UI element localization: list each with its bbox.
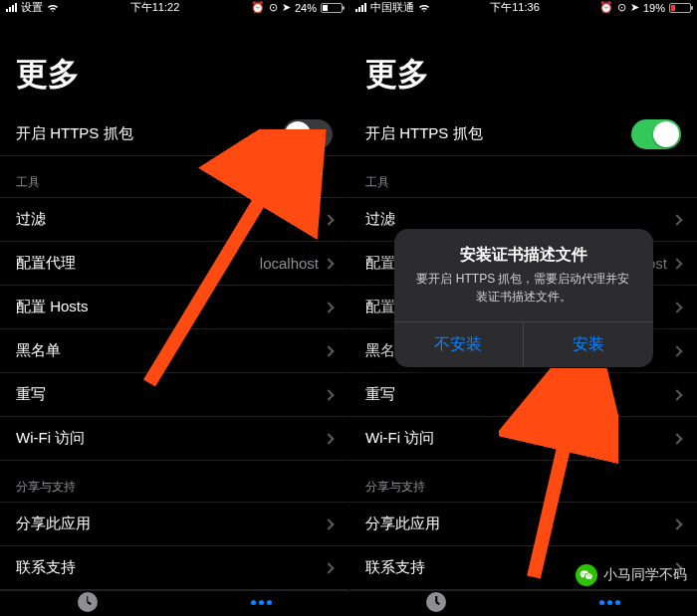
- clock-icon: [426, 592, 446, 612]
- https-toggle-row[interactable]: 开启 HTTPS 抓包: [349, 112, 697, 156]
- row-contact-support[interactable]: 联系支持: [0, 546, 348, 590]
- https-toggle-label: 开启 HTTPS 抓包: [365, 124, 483, 143]
- tools-list: 过滤 配置代理 localhost 配置 Hosts 黑名单 重写 Wi-Fi …: [349, 198, 697, 461]
- row-wifi[interactable]: Wi-Fi 访问: [0, 417, 348, 461]
- chevron-right-icon: [671, 302, 682, 312]
- location-icon: ➤: [282, 1, 291, 14]
- tab-history[interactable]: 历史: [349, 591, 524, 616]
- carrier-label: 中国联通: [370, 0, 414, 15]
- chevron-right-icon: [671, 214, 682, 225]
- row-proxy[interactable]: 配置代理 localhost: [349, 242, 697, 286]
- tab-history[interactable]: 历史: [0, 591, 174, 616]
- chevron-right-icon: [671, 345, 682, 356]
- chevron-right-icon: [323, 258, 334, 269]
- row-share-app[interactable]: 分享此应用: [0, 503, 348, 546]
- status-bar: 设置 下午11:22 ⏰ ⊙ ➤ 24%: [0, 0, 348, 15]
- more-icon: [251, 600, 272, 605]
- row-label: 配置代理: [365, 254, 425, 273]
- watermark-text: 小马同学不码: [603, 566, 687, 584]
- location-icon: ➤: [630, 1, 639, 14]
- https-toggle-row[interactable]: 开启 HTTPS 抓包: [0, 112, 348, 156]
- battery-pct: 24%: [295, 2, 317, 14]
- row-rewrite[interactable]: 重写: [349, 373, 697, 417]
- row-label: 联系支持: [365, 558, 425, 577]
- tab-more[interactable]: 更多: [524, 591, 698, 616]
- row-detail: localhost: [260, 255, 319, 272]
- row-label: 分享此应用: [365, 514, 440, 533]
- row-hosts[interactable]: 配置 Hosts: [349, 286, 697, 329]
- status-time: 下午11:36: [490, 0, 540, 15]
- row-blacklist[interactable]: 黑名单: [349, 329, 697, 373]
- row-label: 过滤: [365, 210, 395, 229]
- row-label: 黑名单: [16, 341, 61, 360]
- row-filter[interactable]: 过滤: [0, 198, 348, 242]
- chevron-right-icon: [671, 389, 682, 400]
- carrier-label: 设置: [21, 0, 43, 15]
- section-header-tools: 工具: [0, 156, 348, 198]
- row-label: 重写: [16, 385, 46, 404]
- chevron-right-icon: [323, 562, 334, 573]
- row-label: Wi-Fi 访问: [365, 429, 434, 448]
- chevron-right-icon: [323, 433, 334, 444]
- chevron-right-icon: [323, 345, 334, 356]
- chevron-right-icon: [323, 518, 334, 529]
- signal-icon: [355, 3, 366, 12]
- row-label: 重写: [365, 385, 395, 404]
- https-toggle-label: 开启 HTTPS 抓包: [16, 124, 133, 143]
- row-label: 黑名单: [365, 341, 410, 360]
- section-header-share: 分享与支持: [0, 461, 348, 503]
- phone-left: 设置 下午11:22 ⏰ ⊙ ➤ 24% 更多 开启 HTTPS 抓包 工具 过…: [0, 0, 348, 616]
- row-share-app[interactable]: 分享此应用: [349, 503, 697, 546]
- chevron-right-icon: [671, 258, 682, 269]
- row-label: 分享此应用: [16, 514, 91, 533]
- phone-right: 中国联通 下午11:36 ⏰ ⊙ ➤ 19% 更多 开启 HTTPS 抓包 工具…: [348, 0, 697, 616]
- row-label: 配置 Hosts: [16, 298, 89, 316]
- wechat-icon: [576, 564, 597, 586]
- tools-list: 过滤 配置代理 localhost 配置 Hosts 黑名单 重写 Wi-Fi …: [0, 198, 348, 461]
- lock-icon: ⊙: [617, 1, 626, 14]
- battery-icon: [321, 3, 343, 13]
- row-wifi[interactable]: Wi-Fi 访问: [349, 417, 697, 461]
- row-rewrite[interactable]: 重写: [0, 373, 348, 417]
- tab-bar: 历史 更多: [0, 590, 348, 616]
- page-title: 更多: [0, 15, 348, 112]
- watermark: 小马同学不码: [576, 564, 687, 586]
- lock-icon: ⊙: [269, 1, 278, 14]
- alarm-icon: ⏰: [251, 1, 265, 14]
- section-header-share: 分享与支持: [349, 461, 697, 503]
- chevron-right-icon: [671, 433, 682, 444]
- battery-pct: 19%: [643, 2, 665, 14]
- chevron-right-icon: [323, 389, 334, 400]
- tab-bar: 历史 更多: [349, 590, 697, 616]
- row-detail: localhost: [608, 255, 667, 272]
- section-header-tools: 工具: [349, 156, 697, 198]
- signal-icon: [6, 3, 17, 12]
- row-hosts[interactable]: 配置 Hosts: [0, 286, 348, 329]
- row-label: 过滤: [16, 210, 46, 229]
- page-title: 更多: [349, 15, 697, 112]
- alarm-icon: ⏰: [599, 1, 613, 14]
- chevron-right-icon: [323, 302, 334, 312]
- row-label: 配置 Hosts: [365, 298, 438, 316]
- chevron-right-icon: [323, 214, 334, 225]
- row-label: 联系支持: [16, 558, 76, 577]
- row-label: 配置代理: [16, 254, 76, 273]
- battery-icon: [669, 3, 691, 13]
- row-blacklist[interactable]: 黑名单: [0, 329, 348, 373]
- https-toggle[interactable]: [283, 119, 333, 149]
- row-label: Wi-Fi 访问: [16, 429, 85, 448]
- chevron-right-icon: [671, 518, 682, 529]
- wifi-icon: [418, 3, 430, 13]
- clock-icon: [78, 592, 98, 612]
- status-time: 下午11:22: [130, 0, 180, 15]
- tab-more[interactable]: 更多: [174, 591, 348, 616]
- row-proxy[interactable]: 配置代理 localhost: [0, 242, 348, 286]
- wifi-icon: [47, 3, 59, 13]
- status-bar: 中国联通 下午11:36 ⏰ ⊙ ➤ 19%: [349, 0, 697, 15]
- https-toggle[interactable]: [631, 119, 681, 149]
- more-icon: [599, 600, 620, 605]
- row-filter[interactable]: 过滤: [349, 198, 697, 242]
